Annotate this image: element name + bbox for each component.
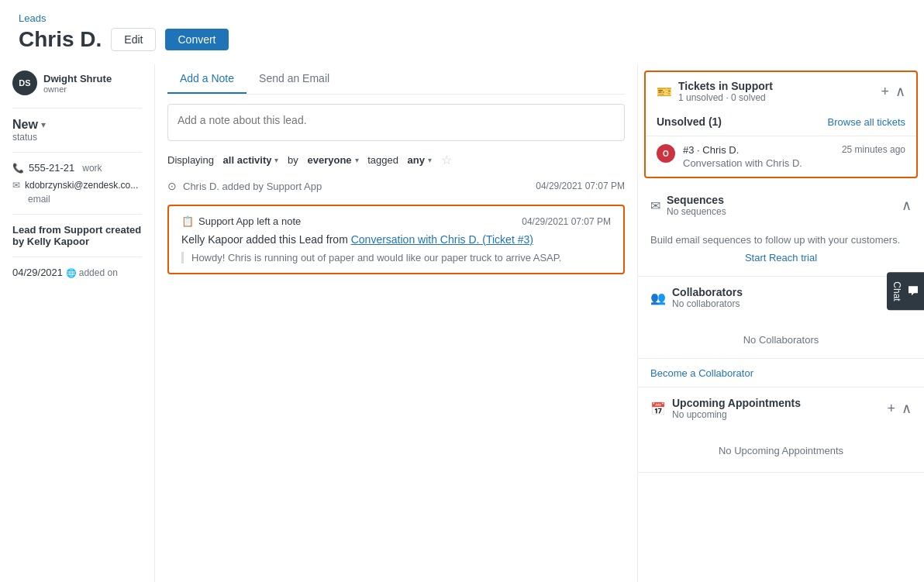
tab-add-note[interactable]: Add a Note (167, 64, 247, 94)
note-card: 📋 Support App left a note 04/29/2021 07:… (167, 205, 625, 274)
status-caret-icon: ▾ (41, 119, 46, 130)
note-card-icon: 📋 (181, 215, 194, 227)
center-content: Add a Note Send an Email Displaying all … (155, 64, 637, 582)
activity-time: 04/29/2021 07:07 PM (536, 181, 625, 191)
collaborators-empty: No Collaborators (650, 326, 912, 358)
appointments-widget: 📅 Upcoming Appointments No upcoming + ∧ … (638, 387, 924, 473)
note-body-link[interactable]: Conversation with Chris D. (Ticket #3) (351, 233, 533, 246)
owner-role: owner (43, 84, 112, 94)
appointments-add-button[interactable]: + (887, 401, 895, 415)
tag-caret-icon: ▾ (428, 156, 432, 164)
activity-text: Chris D. added by Support App (183, 181, 536, 192)
sequences-icon: ✉ (650, 198, 660, 213)
date-added: 04/29/2021 (12, 267, 63, 278)
appointments-title: Upcoming Appointments (672, 397, 801, 409)
chat-label: Chat (891, 281, 902, 301)
activity-icon: ⊙ (167, 180, 177, 192)
star-icon[interactable]: ☆ (441, 153, 452, 167)
note-quote: Howdy! Chris is running out of paper and… (181, 252, 611, 263)
phone-value: 555-21-21 (29, 162, 74, 174)
appointments-icon: 📅 (650, 401, 666, 416)
status-value: New (12, 118, 38, 132)
phone-icon: 📞 (12, 163, 24, 174)
tickets-subtitle: 1 unsolved · 0 solved (678, 92, 773, 103)
displaying-label: Displaying (167, 154, 214, 166)
email-icon: ✉ (12, 180, 20, 191)
ticket-number[interactable]: #3 · Chris D. (683, 144, 739, 156)
unsolved-label: Unsolved (1) (657, 115, 722, 128)
activity-tabs: Add a Note Send an Email (167, 64, 625, 95)
tag-filter[interactable]: any (408, 154, 425, 166)
lead-source: Lead from Support created by Kelly Kapoo… (12, 224, 142, 247)
sequences-collapse-button[interactable]: ∧ (902, 198, 912, 212)
email-value: kdobrzynski@zendesk.co... (25, 180, 138, 191)
by-label: by (288, 154, 298, 166)
page-title: Chris D. (19, 27, 102, 52)
person-caret-icon: ▾ (355, 156, 359, 164)
chat-icon (907, 284, 919, 297)
note-body: Kelly Kapoor added this Lead from Conver… (181, 233, 611, 246)
tickets-widget: 🎫 Tickets in Support 1 unsolved · 0 solv… (644, 71, 918, 178)
sequences-subtitle: No sequences (667, 206, 726, 217)
tickets-collapse-button[interactable]: ∧ (895, 84, 905, 98)
edit-button[interactable]: Edit (111, 28, 156, 51)
tickets-title: Tickets in Support (678, 80, 773, 92)
chat-button[interactable]: Chat (887, 272, 924, 310)
activity-entry: ⊙ Chris D. added by Support App 04/29/20… (167, 180, 625, 192)
left-sidebar: DS Dwight Shrute owner New ▾ status 📞 55… (0, 64, 155, 582)
activity-filter[interactable]: all activity (223, 154, 272, 166)
sequences-title: Sequences (667, 194, 726, 206)
email-type: email (28, 194, 142, 205)
collaborators-title: Collaborators (672, 286, 743, 298)
breadcrumb[interactable]: Leads (19, 12, 905, 24)
person-filter[interactable]: everyone (307, 154, 351, 166)
activity-caret-icon: ▾ (274, 156, 278, 164)
avatar: DS (12, 71, 37, 95)
sequences-widget: ✉ Sequences No sequences ∧ Build email s… (638, 184, 924, 277)
note-card-title-text: Support App left a note (198, 215, 301, 227)
ticket-badge: O (657, 144, 675, 163)
appointments-empty: No Upcoming Appointments (650, 437, 912, 464)
browse-tickets-link[interactable]: Browse all tickets (828, 116, 905, 128)
ticket-description: Conversation with Chris D. (683, 157, 905, 169)
tagged-label: tagged (367, 154, 398, 166)
status-selector[interactable]: New ▾ (12, 118, 142, 132)
ticket-item: O #3 · Chris D. 25 minutes ago Conversat… (646, 136, 916, 177)
added-on-label: added on (79, 267, 118, 278)
right-sidebar: 🎫 Tickets in Support 1 unsolved · 0 solv… (637, 64, 924, 582)
unsolved-row: Unsolved (1) Browse all tickets (646, 111, 916, 136)
tab-send-email[interactable]: Send an Email (247, 64, 342, 94)
globe-icon: 🌐 (66, 268, 79, 277)
start-reach-link[interactable]: Start Reach trial (650, 252, 912, 263)
convert-button[interactable]: Convert (165, 29, 228, 50)
owner-name: Dwight Shrute (43, 73, 112, 84)
note-body-prefix: Kelly Kapoor added this Lead from (181, 233, 348, 246)
appointments-collapse-button[interactable]: ∧ (902, 401, 912, 415)
tickets-add-button[interactable]: + (881, 84, 889, 98)
sequences-desc: Build email sequences to follow up with … (650, 234, 912, 246)
phone-type: work (82, 163, 102, 174)
ticket-time: 25 minutes ago (842, 144, 905, 156)
tickets-icon: 🎫 (657, 84, 672, 99)
collaborators-icon: 👥 (650, 291, 666, 305)
become-collaborator-link[interactable]: Become a Collaborator (650, 367, 753, 379)
note-card-time: 04/29/2021 07:07 PM (522, 216, 611, 227)
collaborators-subtitle: No collaborators (672, 298, 743, 309)
status-label: status (12, 132, 142, 143)
collaborators-widget: 👥 Collaborators No collaborators + ∧ No … (638, 277, 924, 387)
note-input[interactable] (167, 104, 625, 141)
appointments-subtitle: No upcoming (672, 409, 801, 420)
